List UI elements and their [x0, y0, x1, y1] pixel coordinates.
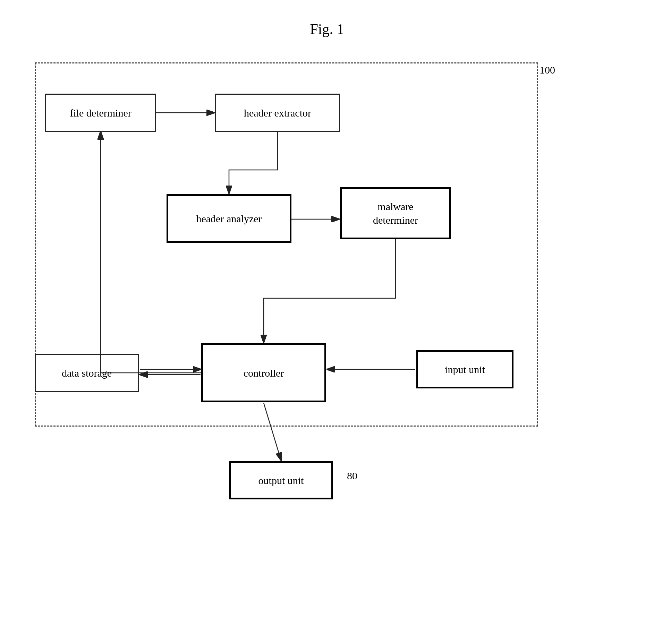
data-storage-label: data storage [62, 366, 112, 380]
controller-label: controller [244, 366, 284, 380]
malware-determiner-block: malwaredeterminer [340, 187, 451, 239]
header-extractor-block: header extractor [215, 94, 340, 132]
output-unit-label: output unit [258, 474, 304, 487]
malware-determiner-label: malwaredeterminer [373, 200, 418, 227]
file-determiner-block: file determiner [45, 94, 156, 132]
page-title: Fig. 1 [310, 21, 344, 37]
header-extractor-label: header extractor [244, 106, 311, 120]
input-unit-label: input unit [445, 363, 485, 376]
file-determiner-label: file determiner [70, 106, 131, 120]
ref-80: 80 [347, 470, 357, 482]
output-unit-block: output unit [229, 461, 333, 499]
controller-block: controller [201, 343, 326, 402]
ref-100: 100 [540, 64, 555, 76]
data-storage-block: data storage [35, 354, 139, 392]
header-analyzer-label: header analyzer [196, 212, 262, 225]
input-unit-block: input unit [416, 350, 513, 388]
header-analyzer-block: header analyzer [167, 194, 291, 243]
